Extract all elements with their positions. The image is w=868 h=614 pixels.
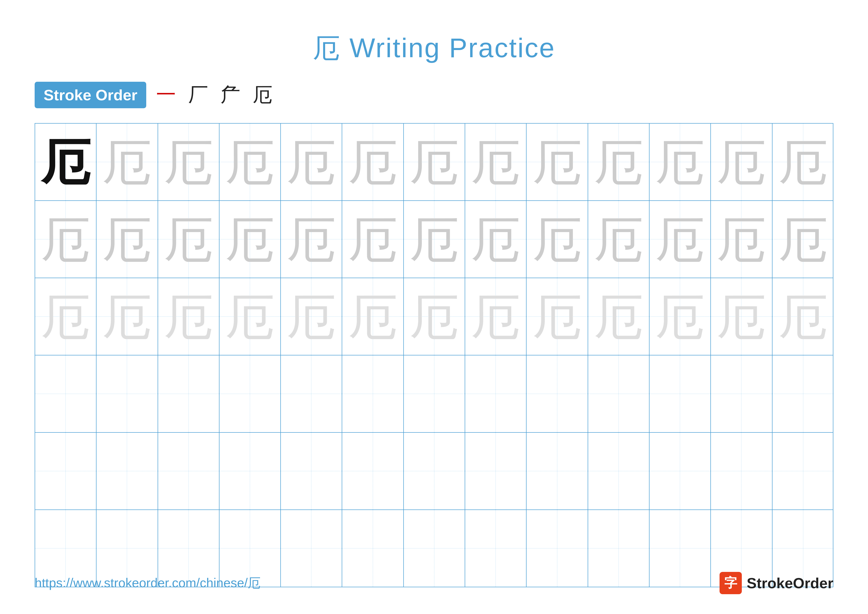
char-guide: 厄	[471, 292, 520, 341]
stroke-1: 一	[156, 81, 176, 108]
grid-cell-5-11[interactable]	[649, 433, 711, 510]
grid-cell-2-7[interactable]: 厄	[404, 201, 465, 278]
char-guide: 厄	[348, 215, 398, 264]
grid-cell-4-12[interactable]	[711, 355, 772, 432]
grid-cell-3-9[interactable]: 厄	[527, 278, 588, 355]
grid-cell-1-10[interactable]: 厄	[588, 124, 649, 201]
char-guide: 厄	[164, 292, 213, 341]
grid-cell-5-8[interactable]	[465, 433, 527, 510]
stroke-order-section: Stroke Order 一 厂 厃 厄	[0, 81, 868, 108]
grid-cell-4-13[interactable]	[772, 355, 834, 432]
grid-cell-2-6[interactable]: 厄	[342, 201, 403, 278]
grid-cell-2-8[interactable]: 厄	[465, 201, 527, 278]
grid-cell-5-7[interactable]	[404, 433, 465, 510]
grid-cell-5-6[interactable]	[342, 433, 403, 510]
grid-cell-2-1[interactable]: 厄	[35, 201, 96, 278]
logo-text: StrokeOrder	[747, 575, 833, 592]
grid-cell-2-3[interactable]: 厄	[158, 201, 220, 278]
grid-cell-2-10[interactable]: 厄	[588, 201, 649, 278]
grid-cell-4-5[interactable]	[281, 355, 342, 432]
grid-cell-1-7[interactable]: 厄	[404, 124, 465, 201]
grid-cell-3-13[interactable]: 厄	[772, 278, 834, 355]
grid-cell-2-4[interactable]: 厄	[220, 201, 281, 278]
grid-cell-5-13[interactable]	[772, 433, 834, 510]
grid-cell-4-3[interactable]	[158, 355, 220, 432]
char-guide: 厄	[532, 292, 582, 341]
char-guide: 厄	[164, 215, 213, 264]
grid-cell-3-7[interactable]: 厄	[404, 278, 465, 355]
char-guide: 厄	[409, 292, 459, 341]
grid-cell-3-3[interactable]: 厄	[158, 278, 220, 355]
grid-cell-1-11[interactable]: 厄	[649, 124, 711, 201]
grid-cell-2-5[interactable]: 厄	[281, 201, 342, 278]
grid-cell-1-2[interactable]: 厄	[96, 124, 158, 201]
grid-cell-1-3[interactable]: 厄	[158, 124, 220, 201]
grid-row-4	[35, 355, 833, 433]
char-guide: 厄	[594, 215, 643, 264]
grid-cell-5-1[interactable]	[35, 433, 96, 510]
grid-cell-1-1[interactable]: 厄	[35, 124, 96, 201]
grid-row-5	[35, 433, 833, 510]
grid-row-2: 厄 厄 厄 厄 厄 厄 厄 厄 厄 厄 厄 厄	[35, 201, 833, 278]
char-guide: 厄	[655, 137, 705, 187]
grid-cell-3-4[interactable]: 厄	[220, 278, 281, 355]
grid-cell-4-8[interactable]	[465, 355, 527, 432]
char-guide: 厄	[594, 137, 643, 187]
grid-cell-2-9[interactable]: 厄	[527, 201, 588, 278]
grid-cell-3-11[interactable]: 厄	[649, 278, 711, 355]
grid-cell-5-3[interactable]	[158, 433, 220, 510]
char-guide: 厄	[655, 292, 705, 341]
char-guide: 厄	[471, 215, 520, 264]
char-guide: 厄	[225, 137, 274, 187]
stroke-2: 厂	[188, 81, 208, 108]
grid-cell-3-10[interactable]: 厄	[588, 278, 649, 355]
grid-cell-5-4[interactable]	[220, 433, 281, 510]
grid-cell-1-13[interactable]: 厄	[772, 124, 834, 201]
grid-cell-4-7[interactable]	[404, 355, 465, 432]
char-guide: 厄	[348, 292, 398, 341]
grid-cell-1-9[interactable]: 厄	[527, 124, 588, 201]
grid-cell-5-2[interactable]	[96, 433, 158, 510]
grid-cell-3-2[interactable]: 厄	[96, 278, 158, 355]
char-guide: 厄	[409, 137, 459, 187]
stroke-4: 厄	[253, 81, 273, 108]
char-guide: 厄	[225, 292, 274, 341]
grid-cell-4-9[interactable]	[527, 355, 588, 432]
grid-cell-1-6[interactable]: 厄	[342, 124, 403, 201]
grid-cell-3-1[interactable]: 厄	[35, 278, 96, 355]
grid-cell-4-4[interactable]	[220, 355, 281, 432]
stroke-3: 厃	[220, 81, 240, 108]
grid-cell-2-11[interactable]: 厄	[649, 201, 711, 278]
grid-cell-5-5[interactable]	[281, 433, 342, 510]
grid-cell-4-1[interactable]	[35, 355, 96, 432]
char-guide: 厄	[41, 215, 90, 264]
char-guide: 厄	[41, 292, 90, 341]
grid-cell-2-2[interactable]: 厄	[96, 201, 158, 278]
grid-cell-1-8[interactable]: 厄	[465, 124, 527, 201]
grid-cell-5-12[interactable]	[711, 433, 772, 510]
grid-cell-2-13[interactable]: 厄	[772, 201, 834, 278]
grid-cell-1-5[interactable]: 厄	[281, 124, 342, 201]
grid-cell-4-11[interactable]	[649, 355, 711, 432]
grid-cell-3-8[interactable]: 厄	[465, 278, 527, 355]
grid-cell-5-9[interactable]	[527, 433, 588, 510]
footer-url[interactable]: https://www.strokeorder.com/chinese/厄	[35, 574, 260, 592]
char-display: 厄	[41, 137, 90, 187]
grid-cell-4-10[interactable]	[588, 355, 649, 432]
grid-cell-4-6[interactable]	[342, 355, 403, 432]
grid-cell-2-12[interactable]: 厄	[711, 201, 772, 278]
grid-cell-1-4[interactable]: 厄	[220, 124, 281, 201]
grid-row-3: 厄 厄 厄 厄 厄 厄 厄 厄 厄 厄 厄 厄	[35, 278, 833, 355]
logo-icon: 字	[719, 572, 742, 594]
grid-cell-1-12[interactable]: 厄	[711, 124, 772, 201]
grid-cell-4-2[interactable]	[96, 355, 158, 432]
grid-cell-3-6[interactable]: 厄	[342, 278, 403, 355]
char-guide: 厄	[655, 215, 705, 264]
grid-cell-3-12[interactable]: 厄	[711, 278, 772, 355]
grid-cell-5-10[interactable]	[588, 433, 649, 510]
grid-cell-3-5[interactable]: 厄	[281, 278, 342, 355]
char-guide: 厄	[716, 137, 766, 187]
char-guide: 厄	[409, 215, 459, 264]
char-guide: 厄	[287, 215, 336, 264]
char-guide: 厄	[287, 137, 336, 187]
